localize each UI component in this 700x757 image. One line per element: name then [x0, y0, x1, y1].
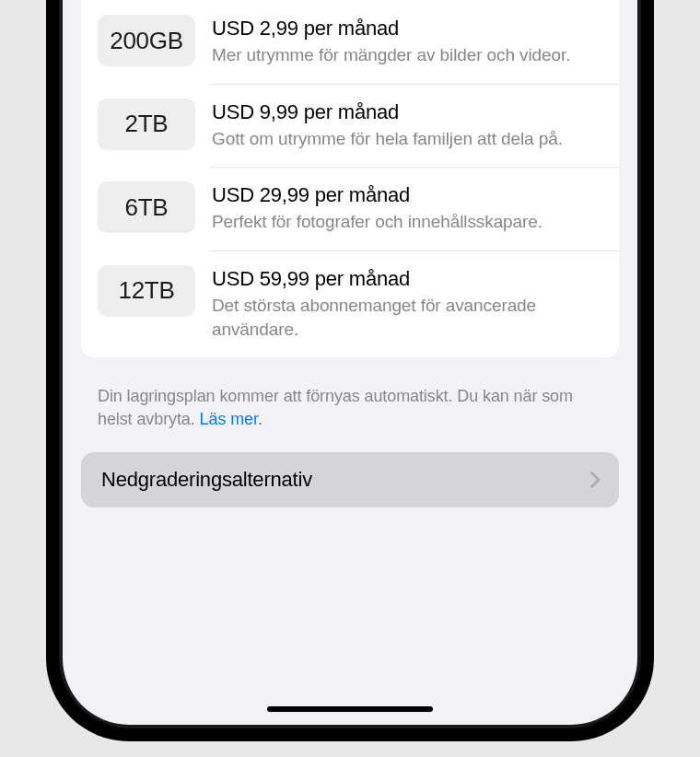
- downgrade-label: Nedgraderingsalternativ: [101, 468, 312, 492]
- plan-price: USD 9,99 per månad: [212, 100, 602, 124]
- plan-price: USD 59,99 per månad: [212, 267, 602, 291]
- size-badge: 6TB: [98, 181, 195, 233]
- plan-details: USD 29,99 per månad Perfekt för fotograf…: [212, 181, 602, 234]
- renewal-text: Din lagringsplan kommer att förnyas auto…: [98, 387, 573, 428]
- plan-row-12tb[interactable]: 12TB USD 59,99 per månad Det största abo…: [81, 250, 619, 357]
- chevron-right-icon: [590, 472, 601, 488]
- downgrade-options-button[interactable]: Nedgraderingsalternativ: [81, 452, 619, 507]
- size-badge: 200GB: [98, 15, 195, 66]
- plan-details: USD 59,99 per månad Det största abonnema…: [212, 265, 602, 341]
- size-badge: 12TB: [98, 265, 195, 317]
- phone-inner: 200GB USD 2,99 per månad Mer utrymme för…: [59, 0, 641, 728]
- renewal-notice: Din lagringsplan kommer att förnyas auto…: [98, 385, 602, 431]
- plan-price: USD 2,99 per månad: [212, 17, 602, 41]
- plan-details: USD 2,99 per månad Mer utrymme för mängd…: [212, 15, 602, 67]
- screen: 200GB USD 2,99 per månad Mer utrymme för…: [63, 0, 637, 725]
- plan-row-2tb[interactable]: 2TB USD 9,99 per månad Gott om utrymme f…: [81, 84, 619, 168]
- plan-description: Perfekt för fotografer och innehållsskap…: [212, 210, 602, 234]
- plan-description: Det största abonnemanget för avancerade …: [212, 294, 602, 341]
- size-badge: 2TB: [98, 99, 195, 150]
- plan-details: USD 9,99 per månad Gott om utrymme för h…: [212, 99, 602, 151]
- plan-description: Mer utrymme för mängder av bilder och vi…: [212, 43, 602, 67]
- storage-plans-card: 200GB USD 2,99 per månad Mer utrymme för…: [81, 0, 619, 357]
- plan-row-6tb[interactable]: 6TB USD 29,99 per månad Perfekt för foto…: [81, 167, 619, 250]
- plan-description: Gott om utrymme för hela familjen att de…: [212, 127, 602, 151]
- plan-price: USD 29,99 per månad: [212, 183, 602, 207]
- home-indicator[interactable]: [267, 706, 433, 712]
- plan-row-200gb[interactable]: 200GB USD 2,99 per månad Mer utrymme för…: [81, 0, 619, 84]
- learn-more-link[interactable]: Läs mer.: [200, 410, 262, 428]
- phone-frame: 200GB USD 2,99 per månad Mer utrymme för…: [46, 0, 654, 741]
